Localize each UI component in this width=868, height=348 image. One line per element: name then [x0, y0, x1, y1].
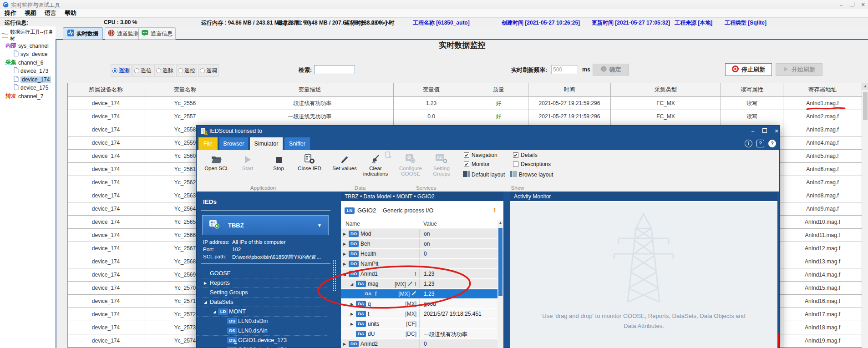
table-cell-device[interactable]: device_174: [68, 295, 144, 308]
table-cell-device[interactable]: device_174: [68, 176, 144, 189]
collapsed-arrow-icon[interactable]: ▶: [343, 262, 346, 266]
table-cell-addr[interactable]: AnInd2.mag.f: [783, 110, 862, 123]
table-cell-addr[interactable]: AnInd18.mag.f: [783, 321, 862, 334]
expanded-arrow-icon[interactable]: ◢: [213, 310, 216, 314]
collapsed-arrow-icon[interactable]: ▶: [204, 281, 207, 285]
table-cell-device[interactable]: device_174: [68, 123, 144, 136]
menu-item-语言[interactable]: 语言: [45, 9, 56, 17]
datamodel-row-units[interactable]: ▶DAunits[CF]: [341, 319, 497, 328]
start-refresh-button[interactable]: 开始刷新: [776, 63, 822, 76]
ribbon-button-open-scl[interactable]: Open SCL: [201, 151, 232, 171]
table-cell-addr[interactable]: AnInd9.mag.f: [783, 202, 862, 216]
iedscout-tab-Browser[interactable]: Browser: [219, 137, 248, 150]
collapsed-arrow-icon[interactable]: ▶: [350, 312, 353, 316]
minimize-button[interactable]: –: [837, 1, 846, 8]
ied-tree-item-GOOSE[interactable]: GOOSE: [197, 269, 327, 278]
datamodel-row-Beh[interactable]: ▶DOBehon: [341, 239, 497, 248]
collapsed-arrow-icon[interactable]: ▶: [343, 232, 346, 236]
iedscout-tab-Sniffer[interactable]: Sniffer: [284, 137, 310, 150]
collapsed-arrow-icon[interactable]: ▶: [343, 242, 346, 246]
collapsed-arrow-icon[interactable]: ▶: [343, 342, 346, 346]
table-cell-addr[interactable]: AnInd11.mag.f: [783, 229, 862, 242]
iedscout-tab-File[interactable]: File: [198, 137, 218, 150]
ied-tree-item-GGIO1.device_173[interactable]: DSGGIO1.device_173: [197, 336, 327, 345]
table-cell-device[interactable]: device_174: [68, 334, 144, 348]
ied-tree-item-LLN0.dsDin[interactable]: DSLLN0.dsDin: [197, 317, 327, 326]
table-cell-addr[interactable]: AnInd13.mag.f: [783, 255, 862, 268]
table-cell-device[interactable]: device_174: [68, 97, 144, 110]
table-cell-addr[interactable]: AnInd17.mag.f: [783, 308, 862, 321]
table-cell-addr[interactable]: AnInd5.mag.f: [783, 150, 862, 163]
search-input[interactable]: [314, 65, 355, 74]
table-cell-value[interactable]: 0.0: [394, 110, 469, 123]
table-cell-device[interactable]: device_174: [68, 202, 144, 216]
stop-refresh-button[interactable]: 停止刷新: [725, 63, 772, 76]
table-cell-addr[interactable]: AnInd16.mag.f: [783, 295, 862, 308]
collapsed-arrow-icon[interactable]: ▶: [350, 322, 353, 326]
datamodel-row-Health[interactable]: ▶DOHealth0: [341, 249, 497, 258]
menu-item-视图[interactable]: 视图: [25, 9, 36, 17]
table-cell-addr[interactable]: AnInd4.mag.f: [783, 136, 862, 150]
datamodel-row-f[interactable]: DAf[MX]1.23: [341, 289, 497, 298]
ribbon-button-close-ied[interactable]: Close IED: [294, 151, 325, 171]
sidebar-item-sys_channel[interactable]: 内部sys_channel: [5, 42, 49, 50]
table-cell-type[interactable]: FC_MX: [611, 97, 721, 110]
collapsed-arrow-icon[interactable]: ▶: [343, 252, 346, 256]
table-cell-device[interactable]: device_174: [68, 163, 144, 176]
table-cell-name[interactable]: Yc_2557: [144, 110, 226, 123]
datamodel-row-AnInd1[interactable]: ◢DOAnInd1!1.23: [341, 269, 497, 278]
ribbon-button-stop[interactable]: Stop: [263, 151, 294, 171]
refresh-rate-input[interactable]: [551, 65, 578, 74]
datamodel-row-NamPlt[interactable]: ▶DONamPlt: [341, 259, 497, 268]
table-cell-quality[interactable]: 好: [469, 110, 528, 123]
scrollbar-thumb[interactable]: [498, 228, 503, 296]
table-cell-rw[interactable]: 读写: [721, 110, 783, 123]
ied-tree-item-DataSets[interactable]: ◢DataSets: [197, 298, 327, 307]
checkbox-details[interactable]: ✔Details: [513, 152, 538, 158]
scrollbar-thumb[interactable]: [863, 92, 868, 120]
table-cell-time[interactable]: 2021-05-27 19:21:59:296: [528, 110, 611, 123]
confirm-button[interactable]: 确定: [593, 64, 629, 76]
radio-遥调[interactable]: 遥调: [198, 64, 219, 77]
button-default-layout[interactable]: Default layout: [463, 171, 505, 178]
datamodel-scrollbar[interactable]: ▲: [497, 220, 503, 348]
table-cell-device[interactable]: device_174: [68, 321, 144, 334]
button-browse-layout[interactable]: Browse layout: [510, 171, 553, 178]
table-cell-addr[interactable]: AnInd10.mag.f: [783, 216, 862, 229]
table-cell-addr[interactable]: AnInd3.mag.f: [783, 123, 862, 136]
table-scrollbar[interactable]: ▲: [862, 83, 868, 348]
datamodel-row-mag[interactable]: ◢DAmag[MX]!1.23: [341, 279, 497, 288]
datamodel-row-q[interactable]: ▶DAq[MX]good: [341, 299, 497, 308]
sidebar-item-device_175[interactable]: device_175: [14, 84, 48, 91]
sidebar-item-channel_6[interactable]: 采集channel_6: [5, 59, 43, 66]
ied-device-selector[interactable]: TBBZ ▼: [202, 215, 329, 235]
table-cell-desc[interactable]: 一段进线无功功率: [226, 110, 394, 123]
table-cell-device[interactable]: device_174: [68, 255, 144, 268]
feedback-icon[interactable]: ?: [756, 140, 764, 147]
tab-通道信息[interactable]: 通道信息: [138, 27, 176, 40]
iedscout-tab-Simulator[interactable]: Simulator: [250, 137, 283, 150]
table-cell-addr[interactable]: AnInd19.mag.f: [783, 334, 862, 348]
sidebar-root[interactable]: 数据运行工具--任务树: [2, 29, 56, 42]
iedscout-minimize-button[interactable]: –: [748, 127, 757, 135]
table-cell-time[interactable]: 2021-05-27 19:21:59:296: [528, 97, 611, 110]
expanded-arrow-icon[interactable]: ◢: [350, 282, 353, 286]
table-cell-addr[interactable]: AnInd1.mag.f: [783, 97, 862, 110]
help-icon[interactable]: ?: [768, 140, 776, 147]
table-cell-addr[interactable]: AnInd14.mag.f: [783, 268, 862, 282]
ribbon-button-set-values[interactable]: Set values: [329, 151, 360, 171]
table-cell-device[interactable]: device_174: [68, 268, 144, 282]
table-cell-device[interactable]: device_174: [68, 150, 144, 163]
table-cell-device[interactable]: device_174: [68, 136, 144, 150]
ied-tree-item-LLN0.dsAin[interactable]: DSLLN0.dsAin: [197, 326, 327, 336]
close-button[interactable]: ✕: [858, 1, 868, 8]
checkbox-navigation[interactable]: ✔Navigation: [464, 152, 497, 158]
sidebar-item-device_173[interactable]: device_173: [14, 67, 48, 75]
table-cell-addr[interactable]: AnInd6.mag.f: [783, 163, 862, 176]
expanded-arrow-icon[interactable]: ◢: [343, 272, 346, 276]
maximize-button[interactable]: [848, 1, 857, 8]
menu-item-帮助[interactable]: 帮助: [65, 9, 76, 17]
splitter-grip[interactable]: [333, 260, 336, 292]
collapsed-arrow-icon[interactable]: ▶: [350, 302, 353, 306]
table-cell-device[interactable]: device_174: [68, 189, 144, 202]
